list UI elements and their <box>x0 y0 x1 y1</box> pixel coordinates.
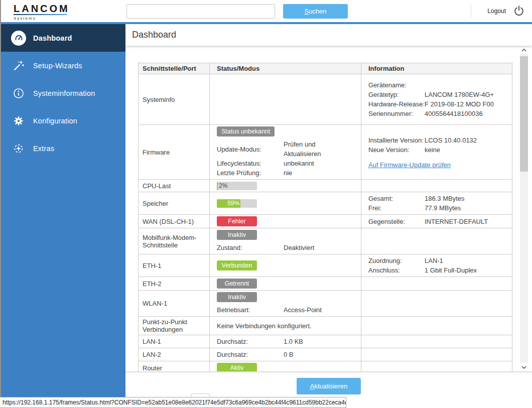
status-badge: Inaktiv <box>217 292 257 302</box>
search-input[interactable] <box>126 4 275 19</box>
status-cell: Keine Verbindungen konfiguriert. <box>210 317 361 335</box>
pair-value: LAN-1 <box>425 256 505 265</box>
pair-label: Durchsatz: <box>217 350 284 359</box>
pair-label: Gesamt: <box>368 194 425 203</box>
header-right: Logout <box>471 0 525 22</box>
pair-value: 186.3 MBytes <box>425 194 505 203</box>
pair-value: INTERNET-DEFAULT <box>425 217 505 226</box>
pair-value: Access-Point <box>284 305 354 315</box>
interface-name-cell: Systeminfo <box>139 74 210 125</box>
interface-name-cell: Mobilfunk-Modem-Schnittstelle <box>139 228 210 254</box>
search-button[interactable]: Suchen <box>283 4 348 19</box>
progress-bar: 2% <box>217 182 257 190</box>
pair-label: Seriennummer: <box>368 109 425 118</box>
column-header: Schnittstelle/Port <box>139 63 210 74</box>
pair-label: Lifecyclestatus: <box>217 159 284 168</box>
progress-fill <box>217 182 218 190</box>
sidebar-item-label: Extras <box>33 145 54 153</box>
label-value-pair: Hardware-Release:F 2019-08-12 MOD F00 <box>368 99 505 109</box>
sidebar-item-extras[interactable]: Extras <box>0 134 125 162</box>
crosshair-icon <box>11 141 26 156</box>
scroll-up-button[interactable] <box>520 46 528 54</box>
status-cell: 2% <box>210 180 361 192</box>
status-badge: Aktiv <box>217 363 257 371</box>
scrollbar-thumb[interactable] <box>520 56 528 172</box>
sidebar-item-systeminformation[interactable]: Systeminformation <box>0 79 125 107</box>
interface-name-cell: LAN-1 <box>139 335 210 348</box>
pair-value: LCOS 10.40.0132 <box>425 135 505 145</box>
firmware-update-link[interactable]: Auf Firmware-Update prüfen <box>368 161 451 169</box>
status-badge: Status unbekannt <box>217 126 275 137</box>
top-header: LANCOM Systems Suchen Logout <box>0 0 532 22</box>
status-cell: 59% <box>210 192 361 215</box>
gauge-icon <box>11 31 26 46</box>
info-cell: Installierte Version:LCOS 10.40.0132Neue… <box>361 125 512 180</box>
power-icon[interactable] <box>513 5 525 17</box>
label-value-pair: Durchsatz:0 B <box>217 350 354 359</box>
progress-bar: 59% <box>217 199 257 208</box>
logo-brand-text: LANCOM <box>14 4 70 14</box>
status-cell <box>210 74 361 125</box>
interface-name-cell: Punkt-zu-Punkt Verbindungen <box>139 317 210 335</box>
pair-label: Gerätetyp: <box>368 90 425 99</box>
pair-label: Frei: <box>368 203 425 213</box>
logo-underline <box>14 14 67 15</box>
status-cell: Status unbekanntUpdate-Modus:Prüfen und … <box>210 125 361 180</box>
interface-name-cell: Firmware <box>139 125 210 180</box>
label-value-pair: Durchsatz:1.0 KB <box>217 337 354 346</box>
pair-label: Update-Modus: <box>217 140 284 159</box>
pair-value: nie <box>284 168 354 178</box>
label-value-pair: Frei:77.9 MBytes <box>368 203 505 213</box>
interface-name-cell: LAN-2 <box>139 348 210 361</box>
sidebar-item-label: Dashboard <box>33 34 72 42</box>
titlebar: Dashboard <box>125 24 532 46</box>
pair-label: Letzte Prüfung: <box>217 168 284 178</box>
pair-value: LANCOM 1780EW-4G+ <box>425 90 505 99</box>
interface-name-cell: ETH-1 <box>139 254 210 277</box>
refresh-button[interactable]: Aktualisieren <box>297 378 361 394</box>
interface-name-cell: WAN (DSL-CH-1) <box>139 215 210 228</box>
info-cell <box>361 348 512 361</box>
table-row: Punkt-zu-Punkt VerbindungenKeine Verbind… <box>139 317 512 335</box>
pair-value <box>425 80 505 90</box>
status-cell: InaktivZustand:Deaktiviert <box>210 228 361 254</box>
gear-icon <box>11 113 26 128</box>
pair-label: Durchsatz: <box>217 337 284 346</box>
pair-label: Neue Version: <box>368 145 425 155</box>
scroll-down-button[interactable] <box>520 363 528 371</box>
status-cell: Aktiv <box>210 361 361 372</box>
sidebar-item-label: Setup-Wizards <box>33 62 82 70</box>
table-row: WAN (DSL-CH-1)FehlerGegenstelle:INTERNET… <box>139 215 512 228</box>
label-value-pair: Gerätetyp:LANCOM 1780EW-4G+ <box>368 90 505 99</box>
status-badge: Verbunden <box>217 260 257 270</box>
vertical-scrollbar <box>520 46 528 371</box>
pair-label: Betriebsart: <box>217 305 284 315</box>
label-value-pair: Anschluss:1 Gbit Full-Duplex <box>368 265 505 275</box>
statusbar-url: https://192.168.1.175/frames/Status.html… <box>0 397 346 408</box>
table-row: LAN-1Durchsatz:1.0 KB <box>139 335 512 348</box>
label-value-pair: Zuordnung:LAN-1 <box>368 256 505 265</box>
table-row: ETH-1VerbundenZuordnung:LAN-1Anschluss:1… <box>139 254 512 277</box>
sidebar-item-dashboard[interactable]: Dashboard <box>0 24 125 52</box>
interface-name-cell: Router <box>139 361 210 372</box>
pair-value: unbekannt <box>284 159 354 168</box>
label-value-pair: Gesamt:186.3 MBytes <box>368 194 505 203</box>
header-divider <box>471 5 471 18</box>
label-value-pair: Seriennummer:4005564418100036 <box>368 109 505 118</box>
label-value-pair: Gerätename: <box>368 80 505 90</box>
table-row: Speicher59%Gesamt:186.3 MBytesFrei:77.9 … <box>139 192 512 215</box>
status-cell: Durchsatz:1.0 KB <box>210 335 361 348</box>
pair-label: Anschluss: <box>368 265 425 275</box>
sidebar-item-konfiguration[interactable]: Konfiguration <box>0 107 125 134</box>
sidebar-item-setup-wizards[interactable]: Setup-Wizards <box>0 52 125 79</box>
interface-name-cell: Speicher <box>139 192 210 215</box>
pair-label: Zuordnung: <box>368 256 425 265</box>
status-cell: Durchsatz:0 B <box>210 348 361 361</box>
logout-link[interactable]: Logout <box>487 8 506 15</box>
pair-label: Installierte Version: <box>368 135 425 145</box>
status-badge: Getrennt <box>217 279 257 289</box>
status-badge: Inaktiv <box>217 230 257 240</box>
status-cell: Getrennt <box>210 277 361 291</box>
table-row: Mobilfunk-Modem-SchnittstelleInaktivZust… <box>139 228 512 254</box>
status-cell: InaktivBetriebsart:Access-Point <box>210 291 361 317</box>
